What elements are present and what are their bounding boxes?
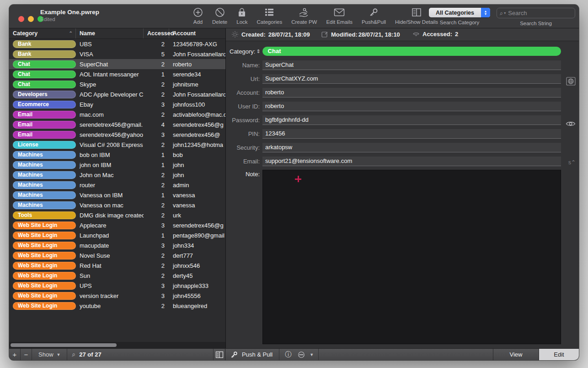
field-input[interactable] — [262, 102, 561, 111]
table-row[interactable]: Web Site Login Applecare 3 serendetrex45… — [9, 220, 225, 230]
row-name: serendetrex456@yahoo — [76, 131, 144, 138]
row-account: serende34 — [169, 71, 225, 78]
table-row[interactable]: Bank UBS 2 123456789-AXG — [9, 39, 225, 49]
field-label: PIN: — [230, 130, 262, 137]
accessed-eye-icon — [412, 31, 420, 38]
category-pill: Web Site Login — [13, 282, 76, 290]
add-button[interactable]: Add — [188, 7, 208, 25]
records-table-body: Bank UBS 2 123456789-AXG Bank VISA 5 Joh… — [9, 39, 225, 348]
note-editor[interactable] — [262, 170, 561, 344]
add-record-button[interactable]: + — [9, 349, 21, 360]
row-name: Vanessa on mac — [76, 202, 144, 209]
row-account: vanessa — [169, 202, 225, 209]
more-actions-button[interactable] — [295, 351, 308, 358]
table-row[interactable]: Web Site Login Launchpad 1 pentage890@gm… — [9, 230, 225, 240]
actions-chevron-button[interactable]: ▼ — [308, 349, 319, 360]
category-value-pill[interactable]: Chat — [262, 47, 561, 56]
field-label: User ID: — [230, 103, 262, 110]
sort-ascending-icon: ⌃ — [69, 31, 73, 36]
table-row[interactable]: Email serendetrex456@gmail. 4 serendetre… — [9, 119, 225, 130]
table-row[interactable]: Machines Vanessa on mac 2 vanessa — [9, 200, 225, 210]
category-pill: Machines — [13, 151, 76, 159]
column-header-accessed[interactable]: Accessed — [144, 28, 169, 38]
row-account: activablefoo@mac.c — [169, 111, 225, 118]
table-row[interactable]: Web Site Login Sun 2 derty45 — [9, 271, 225, 281]
column-header-category[interactable]: Category⌃ — [9, 28, 76, 38]
popup-stepper-icon: ▲▼ — [481, 8, 490, 17]
delete-slash-icon — [215, 7, 225, 18]
show-chevron-icon: ▼ — [57, 352, 61, 357]
field-label: Email: — [230, 158, 262, 165]
table-row[interactable]: Machines router 2 admin — [9, 180, 225, 190]
table-row[interactable]: Web Site Login version tracker 3 john455… — [9, 291, 225, 301]
push-pull-button[interactable]: Push&Pull — [357, 7, 390, 25]
row-name: youtube — [76, 303, 144, 309]
row-account: dert777 — [169, 252, 225, 259]
field-input[interactable] — [262, 143, 561, 152]
table-row[interactable]: Web Site Login macupdate 3 john334 — [9, 240, 225, 250]
edit-emails-button[interactable]: Edit Emails — [321, 7, 357, 25]
row-account: urk — [169, 212, 225, 219]
table-row[interactable]: Developers ADC Apple Developer C 2 John … — [9, 89, 225, 99]
category-pill: Tools — [13, 211, 76, 219]
category-stepper-icon[interactable]: ⇕ — [256, 49, 260, 54]
bottom-bar-middle: Push & Pull ⓘ ▼ — [225, 349, 319, 360]
toolbar: Add Delete Lock — [188, 7, 443, 25]
table-row[interactable]: Bank VISA 5 John Fossatanellaro — [9, 49, 225, 59]
table-row[interactable]: Web Site Login youtube 2 blueangelred — [9, 301, 225, 311]
column-header-name[interactable]: Name — [76, 28, 144, 38]
info-button[interactable]: ⓘ — [279, 351, 295, 359]
horizontal-scrollbar-thumb[interactable] — [11, 343, 117, 347]
row-account: serendetrex456@g — [169, 121, 225, 128]
record-meta-strip: Created: 28/07/21, 18:09 Modified: 28/07… — [226, 28, 579, 41]
table-row[interactable]: Machines bob on IBM 1 bob — [9, 150, 225, 160]
row-name: VISA — [76, 51, 144, 58]
category-pill: Chat — [13, 81, 76, 88]
edit-mode-button[interactable]: Edit — [539, 349, 579, 360]
show-dropdown[interactable]: Show ▼ — [32, 349, 67, 360]
category-filter-popup[interactable]: All Categories ▲▼ — [429, 8, 490, 17]
field-input[interactable] — [262, 74, 561, 84]
table-row[interactable]: Machines john on IBM 1 john — [9, 160, 225, 170]
field-input[interactable] — [262, 88, 561, 97]
table-row[interactable]: License Visual C# 2008 Express 2 john123… — [9, 140, 225, 150]
column-header-account[interactable]: Account — [169, 28, 225, 38]
open-url-globe-button[interactable] — [566, 77, 576, 86]
row-account: john — [169, 162, 225, 168]
create-pw-button[interactable]: Create PW — [287, 7, 321, 25]
table-row[interactable]: Chat AOL Intant messanger 1 serende34 — [9, 69, 225, 79]
categories-button[interactable]: Categories — [252, 7, 287, 25]
table-row[interactable]: Machines Vanessa on IBM 1 vanessa — [9, 190, 225, 200]
table-row[interactable]: Ecommerce Ebay 3 johnfoss100 — [9, 99, 225, 109]
toggle-list-pane-button[interactable] — [213, 349, 225, 360]
table-row[interactable]: Tools DMG disk image createc 2 urk — [9, 210, 225, 220]
table-row[interactable]: Email mac.com 2 activablefoo@mac.c — [9, 109, 225, 119]
category-pill: Developers — [13, 91, 76, 98]
field-input[interactable] — [262, 129, 561, 139]
row-accessed-count: 2 — [144, 202, 169, 209]
search-field[interactable]: ⌕ ▾ — [497, 8, 575, 18]
push-and-pull-button[interactable]: Push & Pull — [242, 349, 279, 360]
row-accessed-count: 2 — [144, 212, 169, 219]
table-row[interactable]: Chat Skype 2 johnitsme — [9, 79, 225, 89]
close-window-button[interactable] — [18, 16, 24, 22]
delete-button[interactable]: Delete — [208, 7, 232, 25]
remove-record-button[interactable]: − — [21, 349, 32, 360]
lock-button[interactable]: Lock — [232, 7, 252, 25]
table-row[interactable]: Web Site Login Novel Suse 2 dert777 — [9, 250, 225, 260]
field-input[interactable] — [262, 157, 561, 166]
category-pill: Email — [13, 121, 76, 129]
table-row[interactable]: Chat SuperChat 2 roberto — [9, 59, 225, 69]
table-row[interactable]: Machines John on Mac 2 john — [9, 170, 225, 180]
horizontal-scrollbar[interactable] — [9, 342, 225, 348]
minimize-window-button[interactable] — [28, 16, 34, 22]
view-mode-button[interactable]: View — [493, 349, 539, 360]
search-input[interactable] — [508, 10, 572, 16]
table-row[interactable]: Web Site Login UPS 3 johnapple333 — [9, 281, 225, 291]
table-row[interactable]: Web Site Login Red Hat 2 johnxx546 — [9, 260, 225, 271]
send-email-button[interactable]: s⌃ — [568, 159, 576, 166]
field-input[interactable] — [262, 60, 561, 70]
show-password-eye-button[interactable] — [566, 120, 576, 127]
table-row[interactable]: Email serendetrex456@yahoo 3 serendetrex… — [9, 130, 225, 140]
field-input[interactable] — [262, 115, 561, 125]
